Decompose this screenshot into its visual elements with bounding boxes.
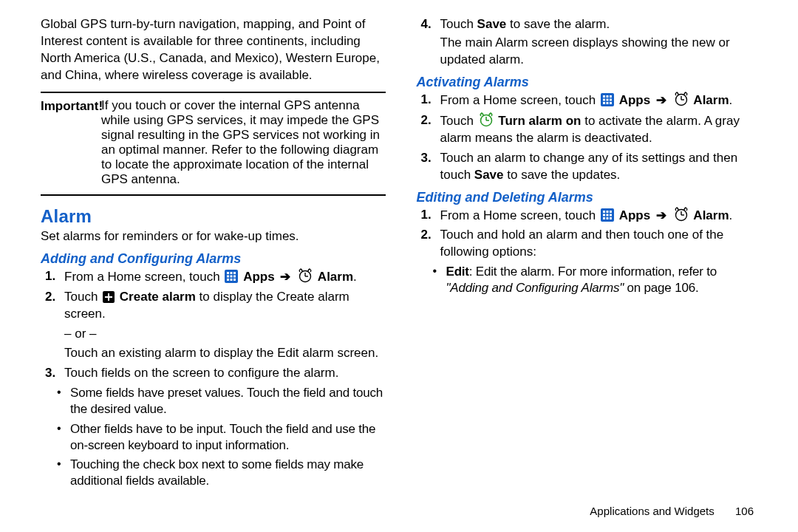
heading-editing: Editing and Deleting Alarms	[417, 190, 762, 205]
save-label: Save	[477, 17, 507, 31]
cross-reference: "Adding and Configuring Alarms"	[446, 281, 624, 295]
step-text: Touch	[440, 114, 477, 128]
bullet-text: : Edit the alarm. For more information, …	[469, 265, 717, 279]
step-text: to save the updates.	[504, 168, 621, 182]
step-number: 1.	[421, 92, 432, 109]
arrow-icon: ➔	[656, 208, 666, 222]
step-1: 1. From a Home screen, touch Apps ➔ Alar…	[417, 92, 762, 109]
important-note: Important! If you touch or cover the int…	[41, 99, 386, 187]
or-divider: – or –	[64, 326, 386, 343]
step-number: 2.	[45, 289, 55, 306]
alarm-on-icon	[479, 112, 494, 127]
apps-label: Apps	[243, 270, 275, 284]
editing-steps: 1. From a Home screen, touch Apps ➔ Alar…	[417, 207, 762, 262]
step-text: From a Home screen, touch	[440, 93, 599, 107]
step-text: From a Home screen, touch	[64, 270, 223, 284]
save-label: Save	[474, 168, 504, 182]
heading-adding: Adding and Configuring Alarms	[41, 251, 386, 267]
arrow-icon: ➔	[280, 270, 290, 284]
step-number: 3.	[421, 150, 432, 167]
apps-icon	[601, 208, 614, 222]
step-text: From a Home screen, touch	[440, 208, 599, 222]
bullet-item: Touching the check box next to some fiel…	[41, 457, 386, 489]
step-followup: The main Alarm screen displays showing t…	[440, 35, 762, 69]
page-footer: Applications and Widgets 106	[590, 505, 754, 517]
step-number: 4.	[421, 16, 432, 33]
step-number: 3.	[45, 365, 55, 382]
step-2: 2. Touch and hold an alarm and then touc…	[417, 227, 762, 261]
step-2: 2. Touch Create alarm to display the Cre…	[41, 289, 386, 363]
alarm-label: Alarm	[693, 208, 729, 222]
config-bullets: Some fields have preset values. Touch th…	[41, 385, 386, 489]
bullet-item: Some fields have preset values. Touch th…	[41, 385, 386, 417]
footer-page-number: 106	[735, 505, 754, 517]
arrow-icon: ➔	[656, 93, 666, 107]
step-3: 3. Touch fields on the screen to configu…	[41, 365, 386, 382]
heading-alarm: Alarm	[41, 206, 386, 227]
divider	[41, 194, 386, 196]
alarm-label: Alarm	[693, 93, 729, 107]
gps-intro-paragraph: Global GPS turn-by-turn navigation, mapp…	[41, 16, 386, 84]
alarm-icon	[674, 207, 689, 222]
plus-icon	[103, 291, 115, 303]
step-number: 1.	[421, 207, 432, 224]
step-text: Touch	[440, 17, 477, 31]
step-number: 2.	[421, 112, 432, 129]
step-text: to save the alarm.	[506, 17, 610, 31]
apps-label: Apps	[619, 208, 651, 222]
heading-activating: Activating Alarms	[417, 75, 762, 90]
step-4: 4. Touch Save to save the alarm. The mai…	[417, 16, 762, 69]
bullet-item: Edit: Edit the alarm. For more informati…	[417, 264, 762, 296]
step-3: 3. Touch an alarm to change any of its s…	[417, 150, 762, 184]
important-body: If you touch or cover the internal GPS a…	[101, 98, 386, 187]
edit-option-label: Edit	[446, 265, 469, 279]
alarm-icon	[674, 92, 689, 106]
bullet-text: on page 106.	[624, 281, 698, 295]
step-1: 1. From a Home screen, touch Apps ➔ Alar…	[41, 268, 386, 286]
adding-steps-cont: 4. Touch Save to save the alarm. The mai…	[417, 16, 762, 69]
create-alarm-label: Create alarm	[120, 290, 196, 304]
step-text: Touch fields on the screen to configure …	[64, 366, 338, 380]
step-2: 2. Touch Turn alarm on to activate the a…	[417, 112, 762, 147]
important-label: Important!	[41, 99, 103, 113]
activating-steps: 1. From a Home screen, touch Apps ➔ Alar…	[417, 92, 762, 184]
step-text: Touch and hold an alarm and then touch o…	[440, 228, 724, 259]
apps-label: Apps	[619, 93, 651, 107]
step-text: Touch	[64, 290, 101, 304]
alarm-label: Alarm	[318, 270, 353, 284]
turn-alarm-on-label: Turn alarm on	[498, 114, 581, 128]
alarm-icon	[298, 268, 313, 283]
edit-bullets: Edit: Edit the alarm. For more informati…	[417, 264, 762, 296]
apps-icon	[601, 93, 614, 106]
step-text: Touch an existing alarm to display the E…	[64, 346, 378, 360]
adding-steps: 1. From a Home screen, touch Apps ➔ Alar…	[41, 268, 386, 383]
divider	[41, 92, 386, 93]
apps-icon	[225, 270, 238, 283]
step-number: 1.	[45, 268, 55, 285]
bullet-item: Other fields have to be input. Touch the…	[41, 421, 386, 454]
step-1: 1. From a Home screen, touch Apps ➔ Alar…	[417, 207, 762, 225]
alarm-intro: Set alarms for reminders or for wake-up …	[41, 228, 386, 245]
footer-section-name: Applications and Widgets	[590, 505, 714, 517]
step-number: 2.	[421, 227, 432, 244]
manual-page: Global GPS turn-by-turn navigation, mapp…	[0, 0, 798, 532]
